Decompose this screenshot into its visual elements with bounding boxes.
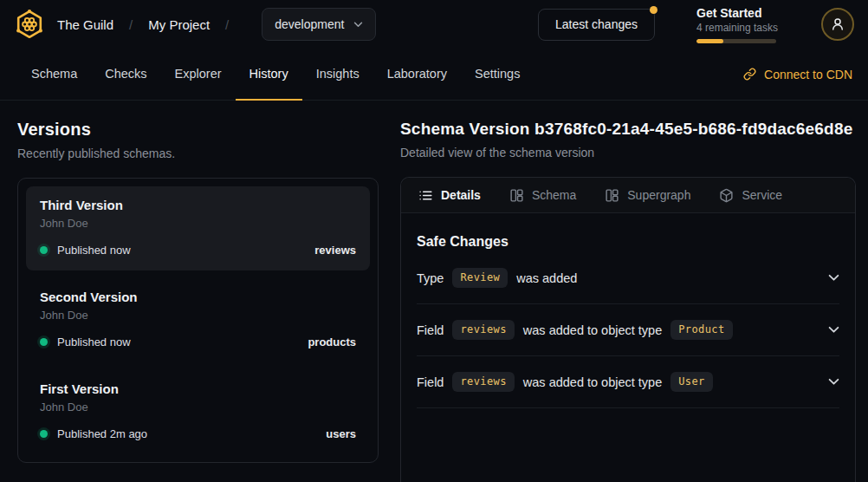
org-name[interactable]: The Guild xyxy=(57,17,113,32)
version-meta: Published now products xyxy=(40,335,356,348)
detail-tab-label: Supergraph xyxy=(627,188,690,202)
top-bar: The Guild / My Project / development Lat… xyxy=(0,0,868,49)
published-dot xyxy=(40,338,48,346)
versions-subtitle: Recently published schemas. xyxy=(17,147,379,160)
progress-fill xyxy=(696,39,723,43)
tab-settings[interactable]: Settings xyxy=(461,49,534,101)
detail-tab-label: Details xyxy=(441,188,481,202)
project-name[interactable]: My Project xyxy=(148,17,210,32)
chevron-down-icon[interactable] xyxy=(828,274,839,282)
list-icon xyxy=(418,188,433,203)
versions-panel: Versions Recently published schemas. Thi… xyxy=(17,101,379,482)
version-author: John Doe xyxy=(40,309,356,322)
chevron-down-icon xyxy=(353,22,363,28)
detail-title: Schema Version b3768fc0-21a4-45e5-b686-f… xyxy=(400,120,856,139)
user-icon xyxy=(830,16,845,32)
detail-tabs: Details Schema Supergraph xyxy=(401,178,855,213)
tab-history[interactable]: History xyxy=(236,49,302,101)
version-name: Second Version xyxy=(40,290,356,304)
connect-to-cdn-label: Connect to CDN xyxy=(764,68,852,81)
detail-subtitle: Detailed view of the schema version xyxy=(400,146,856,160)
versions-title: Versions xyxy=(17,120,379,140)
published-status: Published now xyxy=(57,244,131,257)
environment-select-value: development xyxy=(275,17,344,31)
change-row[interactable]: Field reviews was added to object type U… xyxy=(417,356,839,408)
detail-tab-label: Schema xyxy=(532,188,576,202)
published-dot xyxy=(40,430,48,438)
guild-logo[interactable] xyxy=(14,9,45,40)
published-status: Published now xyxy=(57,335,131,348)
tab-laboratory[interactable]: Laboratory xyxy=(373,49,461,101)
published-dot xyxy=(40,246,48,254)
published-status: Published 2m ago xyxy=(57,427,147,440)
version-card[interactable]: First Version John Doe Published 2m ago … xyxy=(26,370,370,454)
chevron-down-icon[interactable] xyxy=(828,378,839,386)
get-started-subtitle: 4 remaining tasks xyxy=(696,22,776,34)
version-name: Third Version xyxy=(40,198,356,212)
user-avatar[interactable] xyxy=(821,8,854,41)
project-nav: Schema Checks Explorer History Insights … xyxy=(0,49,868,101)
connect-to-cdn-link[interactable]: Connect to CDN xyxy=(743,49,854,100)
detail-card: Details Schema Supergraph xyxy=(400,177,856,482)
change-name-chip: reviews xyxy=(452,372,514,392)
version-author: John Doe xyxy=(40,217,356,230)
version-detail-panel: Schema Version b3768fc0-21a4-45e5-b686-f… xyxy=(400,101,856,482)
service-badge: users xyxy=(326,427,356,440)
latest-changes-button[interactable]: Latest changes xyxy=(538,9,655,41)
detail-tab-schema[interactable]: Schema xyxy=(509,188,576,203)
get-started-title: Get Started xyxy=(696,6,776,20)
get-started-widget[interactable]: Get Started 4 remaining tasks xyxy=(696,6,776,43)
tab-schema[interactable]: Schema xyxy=(17,49,91,101)
version-name: First Version xyxy=(40,381,356,396)
box-icon xyxy=(719,188,734,203)
detail-tab-label: Service xyxy=(742,188,782,202)
version-card[interactable]: Second Version John Doe Published now pr… xyxy=(26,278,370,362)
change-kind: Field xyxy=(417,375,444,389)
chevron-down-icon[interactable] xyxy=(828,326,839,334)
tab-explorer[interactable]: Explorer xyxy=(161,49,236,101)
panels-icon xyxy=(605,188,619,203)
main-content: Versions Recently published schemas. Thi… xyxy=(0,101,868,482)
change-name-chip: Review xyxy=(452,268,508,288)
service-badge: products xyxy=(308,335,356,348)
detail-tab-details[interactable]: Details xyxy=(418,188,481,203)
panels-icon xyxy=(509,188,524,203)
version-meta: Published 2m ago users xyxy=(40,427,356,440)
tab-checks[interactable]: Checks xyxy=(91,49,160,101)
breadcrumb-separator: / xyxy=(129,17,133,32)
latest-changes-label: Latest changes xyxy=(555,17,638,31)
service-badge: reviews xyxy=(314,244,356,257)
version-author: John Doe xyxy=(40,401,356,414)
tab-insights[interactable]: Insights xyxy=(302,49,373,101)
versions-list: Third Version John Doe Published now rev… xyxy=(17,178,379,463)
change-kind: Field xyxy=(417,323,444,337)
changes-section: Safe Changes Type Review was added Field… xyxy=(401,213,855,408)
detail-tab-service[interactable]: Service xyxy=(719,188,782,203)
change-text: was added to object type xyxy=(523,323,662,337)
honeycomb-logo-icon xyxy=(14,9,45,40)
change-target-chip: Product xyxy=(670,320,732,340)
breadcrumb-separator: / xyxy=(225,17,229,32)
change-kind: Type xyxy=(417,271,444,285)
environment-select[interactable]: development xyxy=(262,8,376,41)
version-card[interactable]: Third Version John Doe Published now rev… xyxy=(26,186,370,270)
notification-dot xyxy=(650,6,657,14)
progress-bar xyxy=(696,39,776,43)
change-row[interactable]: Field reviews was added to object type P… xyxy=(417,304,839,356)
change-target-chip: User xyxy=(670,372,713,392)
section-title: Safe Changes xyxy=(417,227,839,250)
change-name-chip: reviews xyxy=(452,320,514,340)
link-icon xyxy=(743,68,756,81)
version-meta: Published now reviews xyxy=(40,244,356,257)
detail-tab-supergraph[interactable]: Supergraph xyxy=(605,188,690,203)
change-text: was added xyxy=(516,271,577,285)
change-row[interactable]: Type Review was added xyxy=(417,252,839,304)
change-text: was added to object type xyxy=(523,375,662,389)
